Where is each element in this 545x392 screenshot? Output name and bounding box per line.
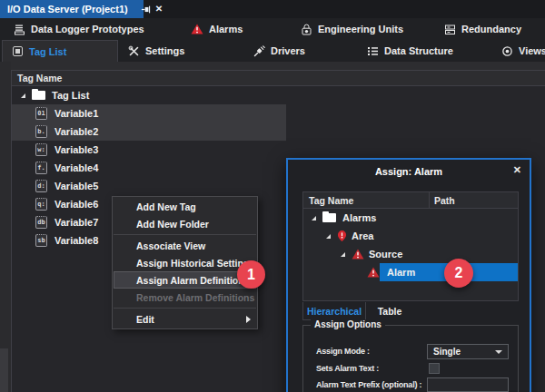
tab-drivers[interactable]: Drivers <box>253 40 305 62</box>
scrollbar-thumb[interactable] <box>0 348 8 392</box>
tab-table[interactable]: Table <box>366 302 413 320</box>
assign-mode-dropdown[interactable]: Single <box>427 344 509 359</box>
expander-icon[interactable] <box>341 252 345 257</box>
menu-item-edit[interactable]: Edit <box>113 310 257 328</box>
folder-icon <box>322 213 336 222</box>
tree-label: Tag List <box>52 90 89 101</box>
content-area: Tag Name Tag List 01 Variable1 b. Variab… <box>0 62 545 392</box>
tab-tag-list[interactable]: Tag List <box>2 40 118 62</box>
column-header-tag-name[interactable]: Tag Name <box>12 71 545 86</box>
expander-icon[interactable] <box>326 234 331 239</box>
ribbon-item-data-logger-prototypes[interactable]: Data Logger Prototypes <box>14 18 144 40</box>
tab-views[interactable]: Views <box>501 40 545 62</box>
submenu-arrow-icon <box>246 316 251 323</box>
structure-list-icon <box>367 45 379 57</box>
sets-alarm-text-label: Sets Alarm Text : <box>316 364 379 373</box>
alarm-tree-item-alarms[interactable]: Alarms <box>303 209 518 227</box>
menu-item-add-new-folder[interactable]: Add New Folder <box>113 215 257 232</box>
ribbon-item-alarms[interactable]: Alarms <box>191 18 243 40</box>
chevron-down-icon <box>495 350 502 354</box>
tree-label: Variable3 <box>54 144 98 155</box>
folder-icon <box>32 91 45 100</box>
eye-icon <box>501 45 513 57</box>
tab-label: Views <box>519 45 545 56</box>
data-logger-icon <box>14 24 25 35</box>
tab-settings[interactable]: Settings <box>128 40 184 62</box>
assign-mode-label: Assign Mode : <box>316 347 370 356</box>
callout-badge-2: 2 <box>444 259 473 288</box>
datatype-icon: q: <box>35 198 47 211</box>
datatype-icon: b. <box>35 125 47 138</box>
ribbon-item-engineering-units[interactable]: Engineering Units <box>301 18 403 40</box>
plug-icon <box>253 45 265 57</box>
tree-label: Source <box>369 249 402 260</box>
left-rail <box>0 62 11 392</box>
tree-item-variable3[interactable]: w: Variable3 <box>12 141 545 159</box>
tab-hierarchical[interactable]: Hierarchical <box>302 302 366 320</box>
ribbon-label: Alarms <box>209 24 243 34</box>
alarm-warning-icon <box>191 24 203 34</box>
context-menu: Add New Tag Add New Folder Associate Vie… <box>112 196 258 329</box>
assign-mode-value: Single <box>433 347 461 357</box>
close-icon[interactable]: ✕ <box>155 5 163 14</box>
window-title: I/O Data Server (Project1) <box>7 4 128 15</box>
tree-label: Variable1 <box>54 108 98 119</box>
assign-alarm-dialog: Assign: Alarm ✕ Tag Name Path Alarms <box>286 158 531 392</box>
tree-label: Variable8 <box>54 235 98 246</box>
datatype-icon: d: <box>35 180 47 192</box>
dialog-close-icon[interactable]: ✕ <box>513 164 521 176</box>
tab-label: Drivers <box>271 45 305 56</box>
datatype-icon: db <box>35 216 47 229</box>
tree-item-variable1[interactable]: 01 Variable1 <box>12 104 545 122</box>
alarm-tree-item-alarm-selected[interactable]: Alarm <box>303 263 518 281</box>
alarm-tree-item-source[interactable]: Source <box>303 245 518 263</box>
datatype-icon: w: <box>35 143 47 156</box>
datatype-icon: f. <box>35 162 47 174</box>
tree-root-tag-list[interactable]: Tag List <box>12 86 545 104</box>
server-stack-icon <box>444 24 456 35</box>
alarm-icon <box>367 267 380 278</box>
ribbon-item-redundancy[interactable]: Redundancy <box>444 18 521 40</box>
wrench-icon <box>128 45 140 57</box>
menu-item-assign-historical-settings[interactable]: Assign Historical Settings <box>113 254 257 271</box>
tab-label: Data Structure <box>384 45 453 56</box>
tree-label: Variable4 <box>54 162 98 173</box>
tree-label: Variable6 <box>54 199 98 210</box>
menu-item-add-new-tag[interactable]: Add New Tag <box>113 198 257 215</box>
tab-strip: Tag List Settings Drivers Data Structure… <box>0 40 545 62</box>
tab-data-structure[interactable]: Data Structure <box>367 40 453 62</box>
callout-badge-1: 1 <box>237 260 265 289</box>
expander-icon[interactable] <box>312 216 316 220</box>
menu-item-remove-alarm-definitions[interactable]: Remove Alarm Definitions <box>113 289 257 306</box>
menu-separator <box>114 308 256 309</box>
assign-options-group: Assign Options Assign Mode : Single Sets… <box>302 325 519 392</box>
view-tabs: Hierarchical Table <box>302 302 413 320</box>
document-tab[interactable]: I/O Data Server (Project1) ✕ <box>0 0 144 18</box>
menu-separator <box>114 234 256 235</box>
column-path[interactable]: Path <box>430 195 455 206</box>
tree-label: Variable2 <box>54 126 98 137</box>
ribbon-label: Redundancy <box>461 24 521 34</box>
title-bar: I/O Data Server (Project1) ✕ <box>0 0 545 18</box>
tree-item-variable2[interactable]: b. Variable2 <box>12 122 545 141</box>
alarm-text-prefix-input[interactable] <box>427 377 509 392</box>
tree-label: Alarms <box>342 212 376 223</box>
datatype-icon: 01 <box>35 107 47 120</box>
alarm-area-icon <box>337 230 347 242</box>
expander-icon[interactable] <box>21 93 25 98</box>
tree-label: Variable7 <box>54 217 98 228</box>
sets-alarm-text-checkbox[interactable] <box>429 363 440 374</box>
column-tag-name[interactable]: Tag Name <box>303 192 430 208</box>
alarm-tree-item-area[interactable]: Area <box>303 227 518 245</box>
menu-item-assign-alarm-definition[interactable]: Assign Alarm Definition <box>114 271 256 289</box>
pin-icon[interactable] <box>141 5 151 15</box>
tree-label: Variable5 <box>54 181 98 191</box>
ribbon-label: Data Logger Prototypes <box>31 24 144 34</box>
group-label: Assign Options <box>311 319 385 329</box>
dialog-title: Assign: Alarm <box>288 166 530 177</box>
datatype-icon: sb <box>35 234 47 247</box>
ribbon-label: Engineering Units <box>318 24 403 34</box>
alarm-source-icon <box>352 249 364 260</box>
alarm-text-prefix-label: Alarm Text Prefix (optional) : <box>316 380 421 389</box>
menu-item-associate-view[interactable]: Associate View <box>113 237 257 254</box>
